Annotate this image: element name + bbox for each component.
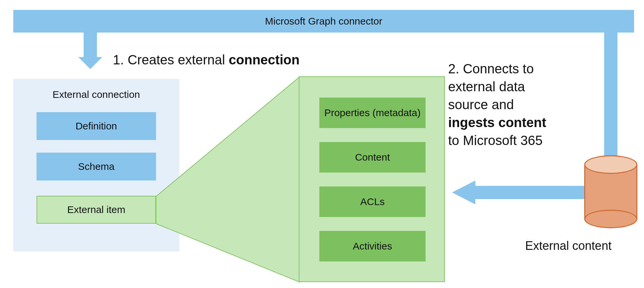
external-item-box: External item (37, 196, 156, 224)
svg-marker-1 (156, 77, 299, 282)
content-label: Content (355, 152, 390, 163)
activities-label: Activities (353, 241, 392, 252)
properties-box: Properties (metadata) (319, 98, 426, 128)
external-item-label: External item (67, 204, 125, 215)
acls-box: ACLs (319, 186, 426, 217)
properties-label: Properties (metadata) (324, 107, 421, 118)
activities-box: Activities (319, 231, 426, 261)
content-box: Content (319, 142, 426, 173)
acls-label: ACLs (360, 196, 384, 207)
external-item-details-panel: Properties (metadata) Content ACLs Activ… (299, 76, 445, 282)
